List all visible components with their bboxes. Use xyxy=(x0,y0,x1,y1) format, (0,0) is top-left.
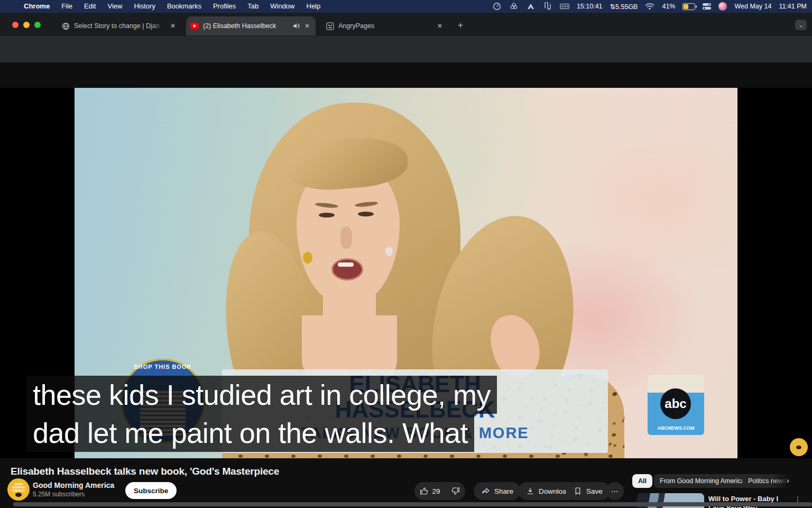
status-data-usage: ⇅5.55GB xyxy=(610,3,638,11)
menu-history[interactable]: History xyxy=(128,0,161,13)
tab-select-story[interactable]: Select Story to change | Djan ✕ xyxy=(57,16,181,35)
new-tab-button[interactable]: + xyxy=(458,20,463,31)
subscribe-button[interactable]: Subscribe xyxy=(125,482,177,499)
subscriber-count: 5.25M subscribers xyxy=(33,491,85,498)
menu-app-name[interactable]: Chrome xyxy=(18,0,56,13)
chrome-tab-bar: Select Story to change | Djan ✕ (2) Elis… xyxy=(0,13,812,36)
close-tab-icon[interactable]: ✕ xyxy=(169,22,177,30)
menu-profiles[interactable]: Profiles xyxy=(207,0,242,13)
status-time: 15:10:41 xyxy=(577,3,603,10)
channel-name[interactable]: Good Morning America xyxy=(33,481,114,489)
share-button[interactable]: Share xyxy=(474,482,521,500)
menu-tab[interactable]: Tab xyxy=(242,0,264,13)
teeth-art xyxy=(338,262,354,267)
abc-news-url: ABCNEWS.COM xyxy=(648,425,704,431)
minimize-window-button[interactable] xyxy=(23,22,30,28)
battery-percent: 41% xyxy=(662,3,675,10)
download-icon xyxy=(525,486,535,496)
menu-window[interactable]: Window xyxy=(264,0,300,13)
globe-favicon xyxy=(61,22,70,30)
abc-logo-text: abc xyxy=(665,396,686,411)
wifi-icon[interactable] xyxy=(645,2,654,11)
gauge-icon[interactable] xyxy=(492,2,502,11)
abc-news-logo: abc ABCNEWS.COM xyxy=(648,375,704,435)
vpn-mountain-icon[interactable] xyxy=(526,2,536,11)
ellipsis-icon: ⋯ xyxy=(611,487,619,495)
caption-line-2: dad let me paint on the walls. What xyxy=(26,414,474,452)
qr-badge-label: SHOP THIS BOOK xyxy=(134,364,191,370)
tab-audio-icon[interactable] xyxy=(292,22,300,30)
earring-right-art xyxy=(385,247,393,256)
player-stage: ELISABETH HASSELBECK TALKS NEW BOOK & MO… xyxy=(0,88,812,458)
close-tab-icon[interactable]: ✕ xyxy=(303,22,311,30)
chips-scroll-chevron[interactable]: › xyxy=(787,476,789,485)
mouth-art xyxy=(331,258,363,280)
close-window-button[interactable] xyxy=(12,22,19,28)
thumb-up-icon xyxy=(419,486,429,496)
youtube-header: YouTube CH + Create 2 A xyxy=(0,62,812,88)
gma-avatar-dot xyxy=(15,493,22,497)
share-icon xyxy=(481,486,491,496)
verified-badge-icon: ✓ xyxy=(105,482,109,489)
eye-right-art xyxy=(358,212,374,216)
dislike-button[interactable] xyxy=(446,486,467,496)
status-clock[interactable]: 11:41 PM xyxy=(779,3,807,10)
tab-angrypages[interactable]: AngryPages ✕ xyxy=(321,16,448,35)
tab-title: (2) Elisabeth Hasselbeck xyxy=(203,22,292,30)
chip-all[interactable]: All xyxy=(632,474,652,488)
like-dislike-pill: 29 xyxy=(414,482,465,500)
nose-art xyxy=(340,226,352,249)
zoom-window-button[interactable] xyxy=(34,22,41,28)
video-title: Elisabeth Hasselbeck talks new book, 'Go… xyxy=(11,466,279,477)
horizontal-scrollbar[interactable] xyxy=(13,502,812,506)
meter-icon[interactable] xyxy=(560,2,569,11)
paperclip-icon[interactable] xyxy=(543,2,552,11)
openai-icon[interactable] xyxy=(509,2,519,11)
status-date[interactable]: Wed May 14 xyxy=(734,3,771,10)
chrome-toolbar: youtube.com/watch?v=AJTP0XmeauU 7 xyxy=(0,36,812,62)
earring-left-art xyxy=(303,252,312,264)
channel-avatar[interactable]: GOOD MORNING AMERICA xyxy=(7,478,30,501)
control-center-icon[interactable] xyxy=(703,3,711,10)
like-count: 29 xyxy=(432,487,440,495)
menu-bookmarks[interactable]: Bookmarks xyxy=(161,0,207,13)
macos-menu-bar: Chrome File Edit View History Bookmarks … xyxy=(0,0,812,13)
watch-page-below-player: Elisabeth Hasselbeck talks new book, 'Go… xyxy=(0,458,812,508)
menu-help[interactable]: Help xyxy=(301,0,327,13)
youtube-favicon xyxy=(190,22,199,30)
tab-search-chevron-button[interactable]: ⌄ xyxy=(795,20,807,30)
chip-politics[interactable]: Politics news xyxy=(742,474,792,488)
chip-from-gma[interactable]: From Good Morning America xyxy=(654,474,750,488)
menu-edit[interactable]: Edit xyxy=(78,0,102,13)
tab-title: AngryPages xyxy=(338,22,432,30)
profile-orb-icon[interactable] xyxy=(718,2,727,11)
eye-left-art xyxy=(319,213,335,217)
menu-view[interactable]: View xyxy=(102,0,128,13)
battery-icon xyxy=(682,3,695,10)
save-button[interactable]: Save xyxy=(566,482,610,500)
more-actions-button[interactable]: ⋯ xyxy=(606,482,624,500)
like-button[interactable]: 29 xyxy=(413,486,445,496)
save-bookmark-icon xyxy=(573,486,583,496)
tab-youtube-active[interactable]: (2) Elisabeth Hasselbeck ✕ xyxy=(186,16,316,35)
gma-watermark-icon[interactable] xyxy=(790,438,808,456)
close-tab-icon[interactable]: ✕ xyxy=(436,22,444,30)
menu-file[interactable]: File xyxy=(56,0,78,13)
angry-face-favicon xyxy=(326,22,334,30)
updown-arrows-icon: ⇅ xyxy=(610,3,615,11)
caption-line-1: these kids I studied art in college, my xyxy=(26,376,497,414)
tab-title: Select Story to change | Djan xyxy=(74,22,165,30)
thumb-down-icon xyxy=(451,486,460,496)
